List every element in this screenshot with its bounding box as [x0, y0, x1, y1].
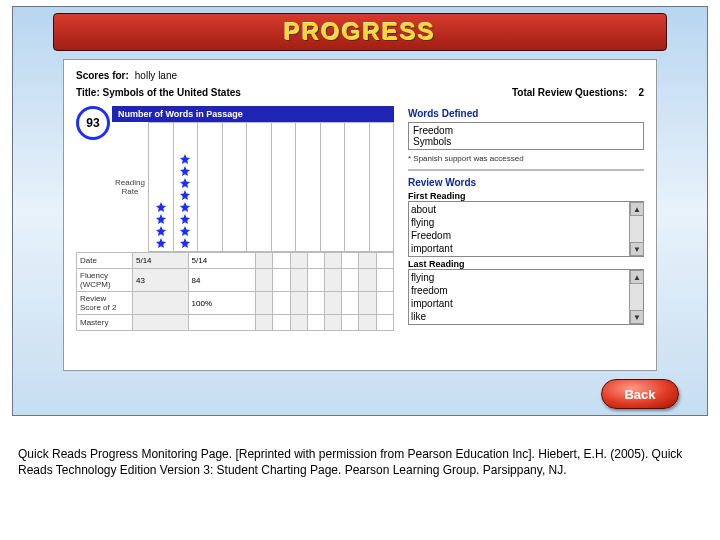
chart-title: Number of Words in Passage	[112, 106, 394, 122]
cell	[290, 292, 307, 315]
cell	[376, 269, 393, 292]
cell	[359, 292, 376, 315]
cell	[325, 292, 342, 315]
list-item: freedom	[411, 284, 641, 297]
total-review-value: 2	[638, 87, 644, 98]
cell	[273, 292, 290, 315]
star-icon	[179, 177, 191, 189]
cell	[342, 269, 359, 292]
cell	[307, 315, 324, 331]
words-defined-box: FreedomSymbols	[408, 122, 644, 150]
content-panel: Scores for: holly lane Title: Symbols of…	[63, 59, 657, 371]
cell	[133, 315, 189, 331]
cell	[342, 253, 359, 269]
list-item: about	[411, 203, 641, 216]
list-item: flying	[411, 216, 641, 229]
scrollbar[interactable]: ▲ ▼	[629, 202, 643, 256]
scroll-down-icon[interactable]: ▼	[630, 310, 644, 324]
cell	[359, 315, 376, 331]
cell	[290, 315, 307, 331]
list-item: Symbols	[413, 136, 639, 147]
list-item: important	[411, 297, 641, 310]
row-label: Date	[77, 253, 133, 269]
banner: PROGRESS	[53, 13, 667, 51]
scroll-down-icon[interactable]: ▼	[630, 242, 644, 256]
star-icon	[179, 165, 191, 177]
data-table: Date5/145/14Fluency (WCPM)4384Review Sco…	[76, 252, 394, 331]
app-frame: PROGRESS Scores for: holly lane Title: S…	[12, 6, 708, 416]
total-review-label: Total Review Questions:	[512, 87, 627, 98]
student-name: holly lane	[135, 70, 177, 81]
cell: 43	[133, 269, 189, 292]
chart-grid	[148, 122, 394, 252]
cell: 5/14	[133, 253, 189, 269]
words-defined-label: Words Defined	[408, 108, 644, 119]
review-words-label: Review Words	[408, 177, 644, 188]
cell	[256, 292, 273, 315]
cell	[325, 269, 342, 292]
star-icon	[179, 201, 191, 213]
right-column: Words Defined FreedomSymbols * Spanish s…	[408, 106, 644, 331]
y-axis-label: Reading Rate	[112, 122, 148, 252]
cell	[376, 315, 393, 331]
cell	[256, 315, 273, 331]
cell	[307, 253, 324, 269]
row-label: Fluency (WCPM)	[77, 269, 133, 292]
star-icon	[179, 237, 191, 249]
cell	[188, 315, 256, 331]
cell	[290, 269, 307, 292]
back-button[interactable]: Back	[601, 379, 679, 409]
cell	[290, 253, 307, 269]
cell	[342, 292, 359, 315]
title-label: Title:	[76, 87, 100, 98]
star-icon	[155, 225, 167, 237]
chart-area: 93 Number of Words in Passage Reading Ra…	[76, 106, 394, 331]
spanish-note: * Spanish support was accessed	[408, 154, 644, 163]
cell	[307, 269, 324, 292]
scrollbar[interactable]: ▲ ▼	[629, 270, 643, 324]
cell	[342, 315, 359, 331]
cell	[133, 292, 189, 315]
star-icon	[179, 213, 191, 225]
cell	[256, 269, 273, 292]
row-label: Mastery	[77, 315, 133, 331]
list-item: Freedom	[411, 229, 641, 242]
star-icon	[179, 189, 191, 201]
cell	[273, 315, 290, 331]
last-reading-listbox[interactable]: flyingfreedomimportantlike ▲ ▼	[408, 269, 644, 325]
star-icon	[155, 201, 167, 213]
cell: 100%	[188, 292, 256, 315]
cell: 84	[188, 269, 256, 292]
total-review-row: Total Review Questions: 2	[512, 87, 644, 98]
last-reading-label: Last Reading	[408, 259, 644, 269]
scroll-up-icon[interactable]: ▲	[630, 270, 644, 284]
cell	[307, 292, 324, 315]
title-row: Title: Symbols of the United States	[76, 87, 241, 98]
cell	[376, 292, 393, 315]
star-icon	[179, 225, 191, 237]
star-icon	[179, 153, 191, 165]
list-item: flying	[411, 271, 641, 284]
word-count-badge: 93	[76, 106, 110, 140]
title-value: Symbols of the United States	[103, 87, 241, 98]
cell	[325, 253, 342, 269]
app-title: PROGRESS	[284, 18, 436, 46]
cell	[273, 269, 290, 292]
list-item: like	[411, 310, 641, 323]
first-reading-label: First Reading	[408, 191, 644, 201]
cell	[325, 315, 342, 331]
cell: 5/14	[188, 253, 256, 269]
first-reading-listbox[interactable]: aboutflyingFreedomimportant ▲ ▼	[408, 201, 644, 257]
cell	[273, 253, 290, 269]
scroll-up-icon[interactable]: ▲	[630, 202, 644, 216]
cell	[359, 253, 376, 269]
cell	[359, 269, 376, 292]
scores-for-row: Scores for: holly lane	[76, 70, 644, 81]
cell	[256, 253, 273, 269]
list-item: important	[411, 242, 641, 255]
cell	[376, 253, 393, 269]
star-icon	[155, 237, 167, 249]
divider	[408, 169, 644, 171]
star-icon	[155, 213, 167, 225]
figure-caption: Quick Reads Progress Monitoring Page. [R…	[0, 416, 720, 478]
